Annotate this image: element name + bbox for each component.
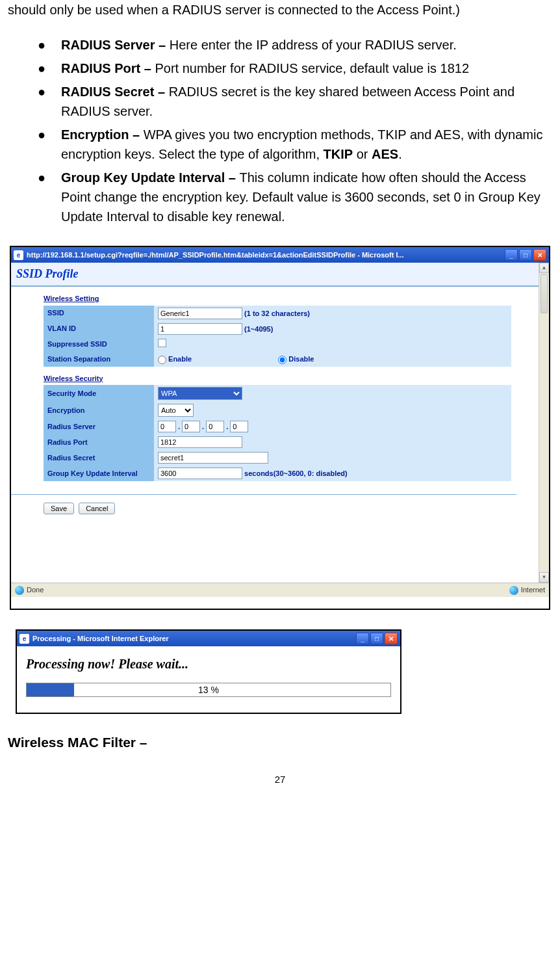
window-title: http://192.168.1.1/setup.cgi?reqfile=./h…: [27, 250, 505, 261]
group-key-interval-label: Group Key Update Interval: [44, 466, 154, 481]
station-disable-radio[interactable]: [278, 356, 286, 364]
security-mode-label: Security Mode: [44, 385, 154, 402]
minimize-button[interactable]: _: [505, 249, 518, 261]
processing-message: Processing now! Please wait...: [26, 654, 391, 674]
ssid-hint: (1 to 32 characters): [244, 309, 310, 317]
suppressed-ssid-label: Suppressed SSID: [44, 337, 154, 352]
close-button[interactable]: ✕: [385, 633, 398, 644]
radius-secret-label: Radius Secret: [44, 450, 154, 466]
minimize-button[interactable]: _: [356, 633, 369, 644]
save-button[interactable]: Save: [44, 503, 74, 514]
group-key-interval-input[interactable]: [158, 467, 242, 479]
wireless-security-heading: Wireless Security: [44, 373, 549, 384]
vlan-label: VLAN ID: [44, 321, 154, 337]
security-mode-select[interactable]: WPA: [158, 387, 242, 400]
zone-text: Internet: [521, 585, 545, 596]
scroll-thumb[interactable]: [541, 274, 548, 313]
profile-header: SSID Profile: [11, 263, 549, 287]
window-titlebar: e Processing - Microsoft Internet Explor…: [17, 631, 400, 646]
enable-label: Enable: [168, 355, 192, 363]
close-button[interactable]: ✕: [533, 249, 546, 261]
list-item: Encryption – WPA gives you two encryptio…: [42, 125, 552, 164]
radius-port-input[interactable]: [158, 436, 242, 448]
list-item: RADIUS Server – Here enter the IP addres…: [42, 35, 552, 55]
window-title: Processing - Microsoft Internet Explorer: [32, 633, 356, 644]
list-item: RADIUS Port – Port number for RADIUS ser…: [42, 59, 552, 78]
wireless-mac-filter-heading: Wireless MAC Filter –: [8, 732, 552, 753]
processing-window: e Processing - Microsoft Internet Explor…: [16, 629, 401, 714]
ssid-profile-window: e http://192.168.1.1/setup.cgi?reqfile=.…: [10, 246, 550, 610]
radius-server-label: Radius Server: [44, 419, 154, 434]
bullet-list: RADIUS Server – Here enter the IP addres…: [8, 35, 552, 226]
status-bar: Done Internet: [11, 583, 549, 597]
page-icon: [15, 586, 24, 595]
radius-ip-octet-3[interactable]: [206, 421, 224, 432]
ie-icon: e: [19, 634, 29, 644]
progress-percent-label: 13 %: [27, 683, 390, 697]
scroll-down-arrow[interactable]: ▼: [539, 572, 549, 583]
group-key-hint: seconds(30~3600, 0: disabled): [244, 469, 348, 477]
cancel-button[interactable]: Cancel: [79, 503, 115, 514]
window-titlebar: e http://192.168.1.1/setup.cgi?reqfile=.…: [11, 247, 549, 263]
list-item: Group Key Update Interval – This column …: [42, 168, 552, 226]
maximize-button[interactable]: □: [370, 633, 383, 644]
radius-ip-octet-2[interactable]: [182, 421, 200, 432]
suppressed-ssid-checkbox[interactable]: [158, 339, 166, 347]
ie-icon: e: [14, 250, 23, 260]
divider: [11, 494, 516, 495]
radius-ip-octet-1[interactable]: [158, 421, 176, 432]
encryption-select[interactable]: Auto: [158, 404, 194, 417]
radius-ip-octet-4[interactable]: [230, 421, 248, 432]
disable-label: Disable: [288, 355, 314, 363]
vlan-hint: (1~4095): [244, 325, 273, 333]
encryption-label: Encryption: [44, 402, 154, 419]
vlan-input[interactable]: [158, 323, 242, 335]
intro-text: should only be used when a RADIUS server…: [8, 0, 552, 20]
maximize-button[interactable]: □: [519, 249, 532, 261]
radius-secret-input[interactable]: [158, 452, 268, 464]
station-enable-radio[interactable]: [158, 356, 166, 364]
internet-zone-icon: [509, 586, 518, 595]
page-number: 27: [8, 772, 552, 787]
ssid-label: SSID: [44, 306, 154, 321]
list-item: RADIUS Secret – RADIUS secret is the key…: [42, 82, 552, 121]
vertical-scrollbar[interactable]: ▲ ▼: [539, 263, 549, 583]
radius-port-label: Radius Port: [44, 434, 154, 450]
ssid-input[interactable]: [158, 308, 242, 319]
scroll-up-arrow[interactable]: ▲: [539, 263, 549, 273]
progress-bar: 13 %: [26, 683, 391, 697]
wireless-setting-heading: Wireless Setting: [44, 293, 549, 304]
status-text: Done: [27, 585, 44, 596]
station-separation-label: Station Separation: [44, 352, 154, 367]
